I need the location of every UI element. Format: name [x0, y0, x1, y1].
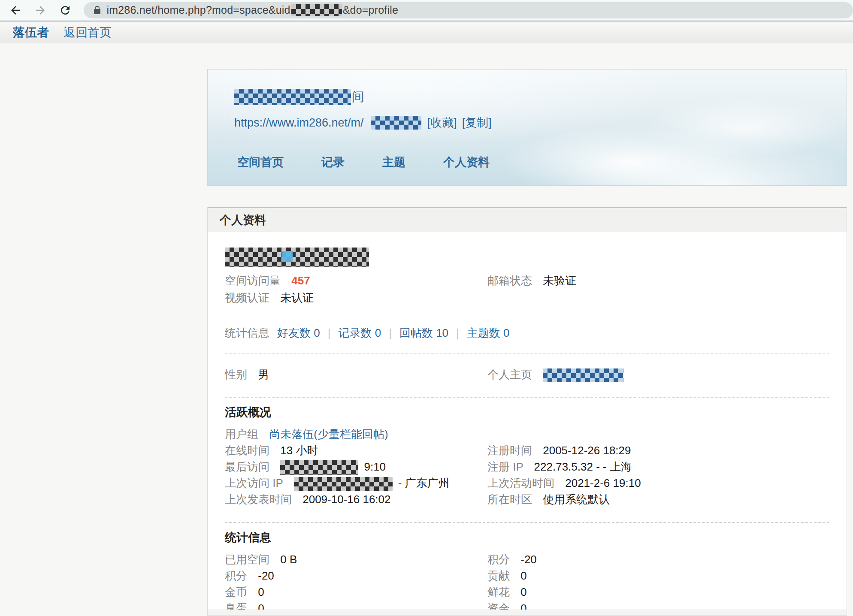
- coins-label: 金币: [225, 586, 247, 598]
- copy-link[interactable]: [复制]: [462, 115, 492, 130]
- visits-value: 457: [291, 274, 310, 287]
- threads-count-link[interactable]: 主题数 0: [467, 326, 510, 341]
- stat-row: 贡献 0: [487, 568, 829, 584]
- video-verify-value: 未认证: [280, 291, 314, 304]
- email-status-value: 未验证: [543, 274, 576, 287]
- nav-records[interactable]: 记录: [321, 154, 345, 170]
- last-visit-field: 最后访问 9:10: [225, 459, 487, 475]
- space-nav: 空间首页 记录 主题 个人资料: [234, 154, 847, 170]
- usergroup-link[interactable]: 尚未落伍(少量栏能回帖): [269, 428, 388, 441]
- last-ip-value: - 广东广州: [398, 477, 450, 489]
- register-time-value: 2005-12-26 18:29: [543, 444, 631, 457]
- browser-toolbar: im286.net/home.php?mod=space&uid &do=pro…: [0, 0, 853, 21]
- stat-row: 积分 -20: [487, 551, 829, 568]
- redacted-space-name: [234, 89, 351, 105]
- stat-separator: |: [456, 326, 459, 340]
- page-background: 间 https://www.im286.net/m/ [收藏] [复制] 空间首…: [0, 69, 853, 616]
- stat-row: 已用空间 0 B: [225, 551, 487, 568]
- register-ip-field: 注册 IP 222.73.5.32 - - 上海: [487, 459, 829, 475]
- timezone-label: 所在时区: [487, 493, 532, 506]
- last-visit-label: 最后访问: [225, 460, 269, 473]
- last-active-value: 2021-2-6 19:10: [565, 477, 641, 489]
- space-url-text: https://www.im286.net/m/: [234, 116, 364, 130]
- register-ip-label: 注册 IP: [487, 460, 523, 473]
- points-value: -20: [258, 569, 274, 582]
- online-time-field: 在线时间 13 小时: [225, 442, 487, 459]
- stat-row: 金币 0: [225, 584, 487, 600]
- redacted-homepage-link[interactable]: [543, 368, 623, 382]
- reload-icon[interactable]: [56, 1, 75, 20]
- timezone-field: 所在时区 使用系统默认: [487, 491, 829, 507]
- online-time-label: 在线时间: [225, 444, 269, 457]
- stat-links-label: 统计信息: [225, 326, 269, 341]
- stat-row: 积分 -20: [225, 568, 487, 584]
- last-visit-value: 9:10: [364, 460, 386, 473]
- last-post-field: 上次发表时间 2009-10-16 16:02: [225, 491, 487, 507]
- redacted-uid: [291, 4, 342, 16]
- register-time-field: 注册时间 2005-12-26 18:29: [487, 442, 829, 459]
- usergroup-label: 用户组: [225, 428, 258, 441]
- register-ip-value: 222.73.5.32 - - 上海: [534, 460, 632, 473]
- site-brand[interactable]: 落伍者: [13, 24, 49, 41]
- timezone-value: 使用系统默认: [543, 493, 610, 506]
- divider: [225, 397, 829, 398]
- nav-space-home[interactable]: 空间首页: [237, 154, 284, 170]
- redacted-username: [225, 248, 369, 267]
- profile-section-title: 个人资料: [208, 207, 847, 232]
- last-post-label: 上次发表时间: [225, 493, 292, 506]
- space-banner: 间 https://www.im286.net/m/ [收藏] [复制] 空间首…: [207, 69, 847, 186]
- homepage-label: 个人主页: [487, 368, 532, 381]
- homepage-field: 个人主页: [487, 367, 829, 382]
- gender-value: 男: [258, 368, 269, 381]
- last-post-value: 2009-10-16 16:02: [302, 493, 390, 506]
- redacted-last-ip: [294, 477, 393, 491]
- space-url-row: https://www.im286.net/m/ [收藏] [复制]: [234, 115, 847, 130]
- statistics-heading: 统计信息: [225, 530, 829, 545]
- contribution-label: 贡献: [487, 569, 510, 582]
- friends-count-link[interactable]: 好友数 0: [277, 326, 320, 341]
- stat-row: 鲜花 0: [487, 584, 829, 600]
- address-bar[interactable]: im286.net/home.php?mod=space&uid &do=pro…: [84, 2, 853, 18]
- divider: [225, 522, 829, 523]
- lock-icon[interactable]: [94, 9, 100, 14]
- credits-value: -20: [520, 553, 537, 566]
- favorite-link[interactable]: [收藏]: [427, 115, 457, 130]
- back-icon[interactable]: [6, 1, 25, 20]
- profile-box: 个人资料 空间访问量 457 邮箱状态 未验证: [207, 207, 847, 616]
- register-time-label: 注册时间: [487, 444, 532, 457]
- video-verify-label: 视频认证: [225, 291, 269, 304]
- url-suffix: &do=profile: [343, 4, 398, 16]
- back-to-home-link[interactable]: 返回首页: [64, 24, 112, 41]
- site-header-bar: 落伍者 返回首页: [0, 21, 853, 43]
- profile-body: 空间访问量 457 邮箱状态 未验证 视频认证 未认证 统计信息 好友: [208, 232, 847, 615]
- points-label: 积分: [225, 569, 247, 582]
- online-time-value: 13 小时: [280, 444, 318, 457]
- gender-field: 性别 男: [225, 367, 487, 382]
- nav-profile[interactable]: 个人资料: [443, 154, 490, 170]
- used-space-value: 0 B: [280, 553, 297, 566]
- coins-value: 0: [258, 586, 264, 598]
- visits-field: 空间访问量 457: [225, 273, 487, 288]
- space-title-suffix: 间: [352, 88, 364, 106]
- visits-label: 空间访问量: [225, 274, 281, 287]
- next-section-strip: [208, 610, 847, 615]
- divider: [225, 353, 829, 354]
- url-text: im286.net/home.php?mod=space&uid &do=pro…: [106, 4, 398, 16]
- replies-count-link[interactable]: 回帖数 10: [399, 326, 448, 341]
- stat-separator: |: [328, 326, 331, 340]
- space-title: 间: [234, 88, 847, 106]
- email-status-field: 邮箱状态 未验证: [487, 273, 829, 288]
- used-space-label: 已用空间: [225, 553, 269, 566]
- main-column: 间 https://www.im286.net/m/ [收藏] [复制] 空间首…: [207, 69, 847, 616]
- statistics-right-column: 积分 -20 贡献 0 鲜花 0 资金 0: [487, 551, 829, 615]
- redacted-last-visit-date: [280, 460, 358, 475]
- last-active-label: 上次活动时间: [487, 477, 554, 489]
- credits-label: 积分: [487, 553, 510, 566]
- nav-threads[interactable]: 主题: [382, 154, 405, 170]
- stat-separator: |: [389, 326, 392, 340]
- forward-icon[interactable]: [31, 1, 50, 20]
- contribution-value: 0: [520, 569, 526, 582]
- gender-label: 性别: [225, 368, 247, 381]
- records-count-link[interactable]: 记录数 0: [338, 326, 381, 341]
- flowers-label: 鲜花: [487, 586, 510, 598]
